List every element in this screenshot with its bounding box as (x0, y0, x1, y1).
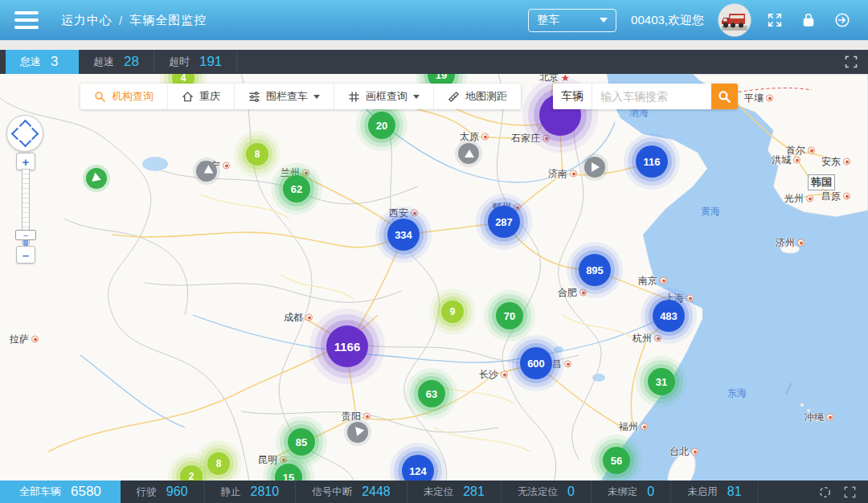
breadcrumb-separator: / (119, 14, 123, 27)
zoom-slider-handle[interactable]: – (15, 230, 36, 240)
vehicle-search-input[interactable] (592, 84, 711, 109)
status-item[interactable]: 静止 2810 (205, 481, 297, 503)
toolbar-item-label: 机构查询 (112, 89, 154, 104)
toolbar-item[interactable]: 机构查询 (80, 84, 168, 109)
chevron-down-icon (313, 95, 320, 99)
city-name: 长沙 (479, 368, 498, 382)
vehicle-cluster[interactable]: 70 (496, 302, 523, 329)
search-button[interactable] (711, 84, 738, 109)
zoom-out-button[interactable]: – (16, 246, 35, 264)
vehicle-direction-marker[interactable] (584, 157, 605, 178)
status-item[interactable]: 未绑定 0 (592, 481, 671, 503)
cluster-count: 56 (611, 455, 622, 467)
status-item-label: 未启用 (687, 485, 718, 499)
map-pan-control[interactable] (6, 115, 43, 152)
map-city-label: 合肥 (558, 286, 587, 300)
statusbar-fullscreen-icon[interactable] (843, 485, 857, 499)
vehicle-cluster[interactable]: 895 (579, 254, 611, 286)
city-name: 太原 (460, 130, 479, 144)
status-item[interactable]: 未定位 281 (407, 481, 502, 503)
alert-tab-count: 191 (199, 54, 222, 70)
cluster-count: 116 (644, 156, 661, 168)
chevron-down-icon (413, 95, 420, 99)
vehicle-direction-marker[interactable] (458, 143, 479, 164)
city-name: 西安 (389, 207, 408, 220)
lock-icon[interactable] (799, 10, 818, 30)
fullscreen-icon[interactable] (765, 10, 784, 30)
alert-tab[interactable]: 超时 191 (154, 50, 237, 74)
map-city-label: 成都 (284, 311, 313, 325)
city-dot-icon (806, 195, 813, 202)
vehicle-cluster[interactable]: 124 (402, 455, 434, 481)
vehicle-cluster[interactable]: 116 (636, 145, 668, 178)
map-city-label: 福州 (619, 420, 648, 434)
status-items: 全部车辆 6580 行驶 960 静止 2810 信号中断 2448 未定位 2… (0, 481, 759, 503)
cluster-count: 334 (395, 229, 412, 241)
vehicle-cluster[interactable]: 483 (653, 300, 685, 332)
city-name: 平壤 (744, 92, 764, 105)
vehicle-cluster[interactable]: 600 (520, 347, 552, 379)
city-dot-icon (223, 162, 230, 170)
alert-tab-bar: 怠速 3 超速 28 超时 191 (0, 50, 868, 74)
map-canvas[interactable]: 北京 ★ 平壤 渤海 太原 石家庄 首尔 洪城 安东 西宁 兰州 济南 (0, 74, 868, 481)
vehicle-cluster[interactable]: 62 (283, 175, 310, 202)
alert-tab[interactable]: 怠速 3 (6, 50, 79, 74)
city-dot-icon (481, 133, 489, 141)
map-city-label: 东海 (727, 386, 747, 400)
vehicle-cluster[interactable]: 8 (246, 143, 268, 166)
map-city-label: 光州 (784, 192, 813, 206)
vehicle-cluster[interactable]: 9 (441, 301, 464, 323)
cluster-count: 70 (504, 310, 515, 322)
zoom-in-button[interactable]: + (16, 153, 35, 170)
city-name: 石家庄 (511, 132, 540, 145)
toolbar-item[interactable]: 画框查询 (334, 84, 434, 109)
city-name: 安东 (821, 155, 841, 169)
status-item[interactable]: 未启用 81 (671, 481, 758, 503)
cluster-count: 8 (255, 149, 260, 160)
vehicle-type-dropdown[interactable]: 整车 (528, 9, 616, 32)
arrow-icon (202, 165, 214, 177)
refresh-icon[interactable] (818, 485, 832, 499)
vehicle-direction-marker[interactable] (347, 422, 368, 443)
map-city-label: 冲绳 (805, 411, 833, 424)
vehicle-cluster[interactable]: 287 (488, 206, 520, 238)
vehicle-cluster[interactable]: 1166 (326, 325, 368, 367)
vehicle-cluster[interactable]: 85 (288, 428, 315, 456)
vehicle-search: 车辆 (553, 84, 738, 109)
logout-icon[interactable] (833, 10, 852, 30)
vehicle-cluster[interactable]: 8 (207, 452, 230, 475)
status-item[interactable]: 无法定位 0 (502, 481, 592, 503)
toolbar-item[interactable]: 围栏查车 (235, 84, 334, 109)
vehicle-cluster[interactable]: 63 (418, 380, 445, 407)
toolbar-item-label: 画框查询 (366, 89, 407, 104)
city-name: 台北 (669, 445, 689, 459)
vehicle-cluster[interactable]: 20 (368, 112, 395, 139)
vehicle-cluster[interactable]: 334 (387, 219, 420, 251)
vehicle-cluster[interactable]: 31 (648, 368, 675, 395)
alert-tab[interactable]: 超速 28 (79, 50, 154, 74)
vehicle-cluster[interactable]: 56 (603, 447, 630, 474)
vehicle-direction-marker[interactable] (86, 168, 107, 189)
city-dot-icon (302, 170, 309, 177)
status-item[interactable]: 行驶 960 (121, 481, 205, 503)
cluster-count: 62 (291, 183, 302, 195)
city-dot-icon (564, 361, 571, 368)
city-name: 北京 (539, 74, 559, 84)
toolbar-item-label: 重庆 (199, 89, 220, 104)
map-fullscreen-icon[interactable] (844, 55, 858, 69)
toolbar-item[interactable]: 重庆 (168, 84, 235, 109)
status-item[interactable]: 信号中断 2448 (296, 481, 407, 503)
user-avatar-truck[interactable] (719, 4, 751, 36)
ic-fence (248, 91, 260, 103)
alert-tab-label: 超速 (93, 55, 114, 69)
city-dot-icon (797, 239, 805, 247)
city-dot-icon (766, 95, 773, 102)
hamburger-menu-icon[interactable] (14, 11, 39, 29)
status-item[interactable]: 全部车辆 6580 (0, 481, 121, 503)
vehicle-direction-marker[interactable] (196, 161, 217, 182)
city-name: 洪城 (772, 153, 791, 167)
cluster-count: 124 (409, 465, 427, 477)
breadcrumb-section[interactable]: 运力中心 (61, 13, 113, 28)
city-dot-icon (654, 335, 661, 342)
toolbar-item[interactable]: 地图测距 (434, 84, 521, 109)
